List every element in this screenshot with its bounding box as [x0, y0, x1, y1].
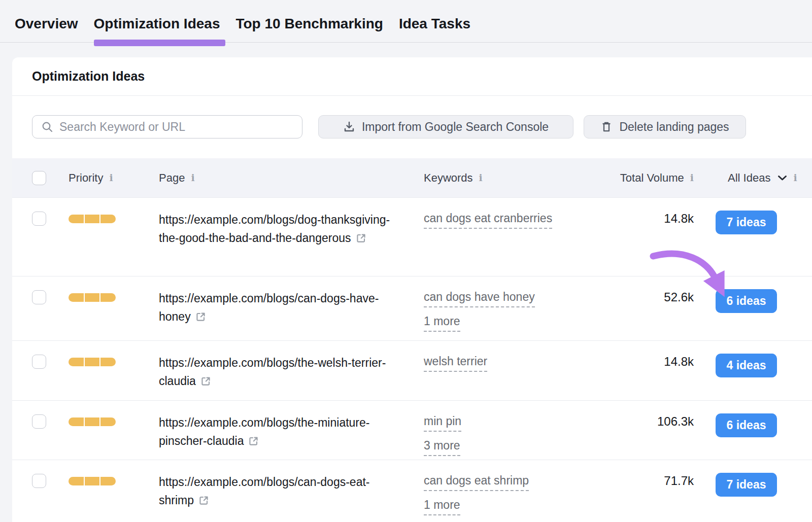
keyword-link[interactable]: can dogs eat cranberries	[424, 212, 552, 229]
more-keywords-link[interactable]: 3 more	[424, 439, 460, 456]
page-info-icon[interactable]: i	[191, 173, 194, 183]
ideas-info-icon[interactable]: i	[793, 173, 797, 183]
table-row: https://example.com/blogs/can-dogs-eat-s…	[12, 460, 812, 522]
page-url-link[interactable]: https://example.com/blogs/can-dogs-have-…	[159, 292, 379, 323]
more-keywords-link[interactable]: 1 more	[424, 498, 460, 515]
ideas-count-button[interactable]: 7 ideas	[716, 473, 777, 497]
page-url-link[interactable]: https://example.com/blogs/the-miniature-…	[159, 416, 369, 447]
search-input[interactable]	[59, 120, 295, 134]
external-link-icon[interactable]	[248, 436, 259, 446]
ideas-count-button[interactable]: 4 ideas	[716, 354, 777, 377]
keyword-link[interactable]: welsh terrier	[424, 355, 487, 372]
ideas-count-button[interactable]: 6 ideas	[716, 413, 777, 437]
priority-indicator	[69, 215, 116, 223]
row-checkbox[interactable]	[32, 212, 46, 226]
table-header: Priority i Page i Keywords i Total Volum…	[12, 158, 812, 198]
column-header-keywords: Keywords	[424, 171, 473, 185]
import-gsc-button[interactable]: Import from Google Search Console	[318, 115, 573, 138]
delete-landing-pages-button[interactable]: Delete landing pages	[584, 115, 746, 138]
priority-indicator	[69, 477, 116, 485]
tab-optimization-ideas[interactable]: Optimization Ideas	[94, 15, 220, 32]
external-link-icon[interactable]	[200, 376, 211, 387]
table-row: https://example.com/blogs/the-welsh-terr…	[12, 341, 812, 401]
select-all-checkbox[interactable]	[32, 171, 46, 185]
priority-indicator	[69, 293, 116, 302]
column-header-page: Page	[159, 171, 185, 185]
table-row: https://example.com/blogs/the-miniature-…	[12, 401, 812, 460]
external-link-icon[interactable]	[356, 233, 366, 243]
trash-icon	[600, 121, 613, 133]
total-volume-value: 14.8k	[664, 355, 694, 368]
import-gsc-label: Import from Google Search Console	[362, 120, 549, 134]
toolbar: Import from Google Search Console Delete…	[12, 96, 812, 158]
top-navigation: Overview Optimization Ideas Top 10 Bench…	[0, 0, 812, 43]
priority-indicator	[69, 417, 116, 426]
panel-header: Optimization Ideas	[12, 57, 812, 96]
more-keywords-link[interactable]: 1 more	[424, 315, 460, 332]
keyword-link[interactable]: min pin	[424, 414, 461, 432]
total-volume-info-icon[interactable]: i	[690, 173, 694, 183]
priority-info-icon[interactable]: i	[109, 173, 113, 183]
keywords-info-icon[interactable]: i	[479, 173, 483, 183]
total-volume-value: 14.8k	[664, 212, 694, 225]
total-volume-value: 71.7k	[664, 474, 694, 488]
optimization-ideas-panel: Optimization Ideas Import from Google Se…	[12, 57, 812, 522]
table-row: https://example.com/blogs/can-dogs-have-…	[12, 276, 812, 341]
total-volume-value: 106.3k	[657, 414, 694, 428]
tab-top-10-benchmarking[interactable]: Top 10 Benchmarking	[235, 15, 383, 32]
keyword-link[interactable]: can dogs have honey	[424, 290, 535, 307]
row-checkbox[interactable]	[32, 414, 46, 429]
search-icon	[42, 121, 53, 133]
page-url-link[interactable]: https://example.com/blogs/can-dogs-eat-s…	[159, 475, 369, 507]
keyword-link[interactable]: can dogs eat shrimp	[424, 474, 529, 491]
tab-bar: Overview Optimization Ideas Top 10 Bench…	[0, 0, 812, 32]
row-checkbox[interactable]	[32, 290, 46, 304]
priority-indicator	[69, 358, 116, 366]
row-checkbox[interactable]	[32, 474, 46, 488]
delete-landing-pages-label: Delete landing pages	[619, 120, 729, 134]
total-volume-value: 52.6k	[664, 290, 694, 304]
table-row: https://example.com/blogs/dog-thanksgivi…	[12, 198, 812, 276]
chevron-down-icon[interactable]	[777, 175, 787, 181]
external-link-icon[interactable]	[198, 495, 209, 506]
column-header-total-volume: Total Volume	[620, 171, 684, 185]
ideas-filter-dropdown[interactable]: All Ideas	[728, 171, 770, 185]
page-url-link[interactable]: https://example.com/blogs/the-welsh-terr…	[159, 356, 386, 388]
row-checkbox[interactable]	[32, 355, 46, 369]
tab-overview[interactable]: Overview	[15, 15, 78, 32]
page-title: Optimization Ideas	[32, 69, 145, 84]
external-link-icon[interactable]	[195, 311, 206, 322]
ideas-count-button[interactable]: 7 ideas	[716, 211, 777, 234]
ideas-count-button[interactable]: 6 ideas	[716, 289, 777, 313]
tab-idea-tasks[interactable]: Idea Tasks	[399, 15, 470, 32]
search-box[interactable]	[32, 115, 302, 138]
download-icon	[343, 121, 355, 133]
column-header-priority: Priority	[69, 171, 103, 185]
